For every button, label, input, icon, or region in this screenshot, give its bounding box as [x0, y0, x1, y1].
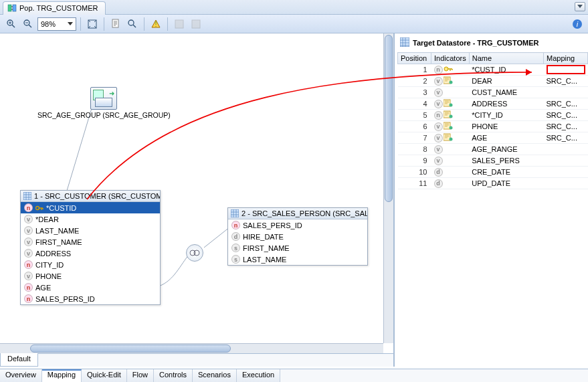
bottom-tab-controls[interactable]: Controls [154, 369, 193, 382]
entity-column[interactable]: sFIRST_NAME [228, 242, 367, 254]
type-badge-n: n [24, 294, 33, 303]
bottom-tab-overview[interactable]: Overview [0, 369, 42, 382]
cell-mapping[interactable] [544, 167, 588, 178]
type-badge-s: s [231, 255, 240, 264]
bottom-tab-mapping[interactable]: Mapping [42, 369, 82, 382]
entity-column[interactable]: vLAST_NAME [21, 225, 160, 236]
target-row[interactable]: 8vAGE_RANGE [398, 144, 588, 155]
target-row[interactable]: 3vCUST_NAME [398, 87, 588, 98]
cell-mapping[interactable] [544, 144, 588, 155]
cell-name: CUST_NAME [469, 87, 543, 98]
target-row[interactable]: 5n*CITY_IDSRC_C... [398, 110, 588, 121]
entity-column[interactable]: nSALES_PERS_ID [21, 293, 160, 304]
zoom-in-button[interactable] [4, 17, 19, 31]
source-node-age-group[interactable]: SRC_AGE_GROUP (SRC_AGE_GROUP) [37, 87, 171, 119]
entity-column[interactable]: n*CUSTID [21, 202, 160, 213]
target-row[interactable]: 6vPHONESRC_C... [398, 121, 588, 132]
target-row[interactable]: 1n*CUST_ID [398, 64, 588, 76]
column-name: AGE [35, 284, 51, 292]
cell-indicators: v [431, 87, 470, 98]
tab-list-dropdown[interactable] [575, 2, 585, 11]
zoom-combo[interactable]: 98% [37, 17, 76, 31]
bottom-tab-flow[interactable]: Flow [127, 369, 154, 382]
entity-column[interactable]: vPHONE [21, 270, 160, 282]
entity-header[interactable]: 2 - SRC_SALES_PERSON (SRC_SAL [228, 208, 367, 219]
target-row[interactable]: 9vSALES_PERS [398, 155, 588, 167]
entity-column[interactable]: nCITY_ID [21, 259, 160, 270]
cell-mapping[interactable] [544, 87, 588, 98]
col-header-name[interactable]: Name [469, 53, 543, 64]
entity-column[interactable]: nSALES_PERS_ID [228, 219, 367, 231]
cell-position: 4 [398, 98, 431, 110]
cell-name: *CUST_ID [469, 64, 543, 76]
svg-rect-16 [231, 209, 239, 217]
cell-mapping[interactable]: SRC_C... [544, 132, 588, 144]
canvas-tab-default[interactable]: Default [0, 353, 38, 367]
column-name: FIRST_NAME [35, 238, 82, 246]
table-icon [400, 37, 409, 48]
cell-mapping[interactable]: SRC_C... [544, 76, 588, 87]
col-header-indicators[interactable]: Indicators [431, 53, 470, 64]
cell-mapping[interactable] [544, 64, 588, 76]
scrollbar-thumb[interactable] [385, 35, 393, 202]
source-label: SRC_AGE_GROUP (SRC_AGE_GROUP) [37, 111, 171, 119]
column-name: SALES_PERS_ID [35, 295, 95, 303]
entity-src-customer[interactable]: 1 - SRC_CUSTOMER (SRC_CUSTOMI n*CUSTIDv*… [20, 190, 161, 305]
svg-point-24 [449, 115, 452, 118]
search-button[interactable] [125, 17, 140, 31]
notes-button[interactable] [108, 17, 123, 31]
cell-name: AGE_RANGE [469, 144, 543, 155]
target-row[interactable]: 11dUPD_DATE [398, 178, 588, 189]
indicator-badge: d [434, 168, 443, 177]
bottom-tab-execution[interactable]: Execution [237, 369, 280, 382]
vertical-scrollbar[interactable] [383, 33, 393, 343]
bottom-tab-quick-edit[interactable]: Quick-Edit [82, 369, 127, 382]
cell-mapping[interactable] [544, 155, 588, 167]
info-button[interactable]: i [571, 17, 584, 31]
cell-mapping[interactable]: SRC_C... [544, 121, 588, 132]
entity-src-sales-person[interactable]: 2 - SRC_SALES_PERSON (SRC_SAL nSALES_PER… [227, 207, 368, 266]
target-row[interactable]: 7vAGESRC_C... [398, 132, 588, 144]
cell-indicators: v [431, 121, 470, 132]
cell-position: 8 [398, 144, 431, 155]
cell-name: UPD_DATE [469, 178, 543, 189]
target-row[interactable]: 4vADDRESSSRC_C... [398, 98, 588, 110]
target-row[interactable]: 10dCRE_DATE [398, 167, 588, 178]
entity-column[interactable]: nAGE [21, 282, 160, 293]
col-header-mapping[interactable]: Mapping [544, 53, 588, 64]
scrollbar-thumb[interactable] [30, 345, 231, 353]
target-row[interactable]: 2vDEARSRC_C... [398, 76, 588, 87]
zoom-out-button[interactable] [21, 17, 35, 31]
entity-column[interactable]: vFIRST_NAME [21, 236, 160, 248]
entity-header[interactable]: 1 - SRC_CUSTOMER (SRC_CUSTOMI [21, 191, 160, 202]
col-header-position[interactable]: Position [398, 53, 431, 64]
mapping-icon [444, 76, 453, 86]
entity-column[interactable]: vADDRESS [21, 248, 160, 259]
cell-position: 6 [398, 121, 431, 132]
join-node[interactable] [186, 244, 203, 262]
fit-button[interactable] [85, 17, 100, 31]
cell-position: 1 [398, 64, 431, 76]
bottom-tab-scenarios[interactable]: Scenarios [193, 369, 237, 382]
svg-rect-19 [444, 77, 450, 84]
cell-name: *CITY_ID [469, 110, 543, 121]
disabled-button-2 [189, 17, 203, 31]
entity-column[interactable]: sLAST_NAME [228, 254, 367, 265]
editor-tab[interactable]: Pop. TRG_CUSTOMER [3, 1, 106, 15]
cell-name: DEAR [469, 76, 543, 87]
indicator-badge: v [434, 100, 443, 108]
entity-column[interactable]: v*DEAR [21, 213, 160, 225]
column-name: *CUSTID [46, 204, 76, 212]
indicator-badge: v [434, 77, 443, 86]
cell-name: CRE_DATE [469, 167, 543, 178]
cell-mapping[interactable]: SRC_C... [544, 110, 588, 121]
entity-column[interactable]: dHIRE_DATE [228, 231, 367, 242]
cell-mapping[interactable] [544, 178, 588, 189]
warnings-button[interactable]: ! [149, 17, 163, 31]
cell-position: 2 [398, 76, 431, 87]
horizontal-scrollbar[interactable] [0, 343, 383, 353]
svg-rect-5 [112, 19, 118, 27]
type-badge-v: v [24, 237, 33, 246]
diagram-canvas[interactable]: SRC_AGE_GROUP (SRC_AGE_GROUP) 1 - SRC_CU… [0, 33, 395, 367]
cell-mapping[interactable]: SRC_C... [544, 98, 588, 110]
